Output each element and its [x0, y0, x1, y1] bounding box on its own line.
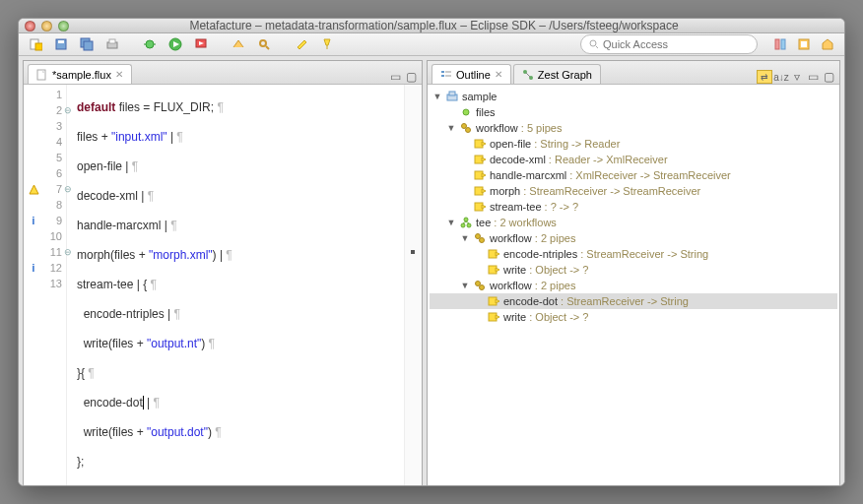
- overview-ruler[interactable]: [404, 85, 422, 486]
- workbench-body: *sample.flux ✕ ▭ ▢ 1 2⊖ 3 4 5 6 7⊖ 8: [19, 56, 844, 486]
- tab-close-icon[interactable]: ✕: [495, 69, 502, 80]
- new-button[interactable]: [25, 33, 46, 55]
- svg-line-53: [466, 221, 469, 223]
- svg-rect-20: [775, 39, 779, 49]
- svg-rect-30: [445, 75, 451, 77]
- outline-node-write-dot[interactable]: write : Object -> ?: [430, 309, 837, 325]
- outline-node-decode-xml[interactable]: decode-xml : Reader -> XmlReceiver: [430, 152, 837, 167]
- svg-marker-65: [496, 315, 499, 319]
- outline-node-sample[interactable]: ▼sample: [430, 89, 837, 104]
- svg-rect-28: [445, 71, 451, 73]
- outline-node-open-file[interactable]: open-file : String -> Reader: [430, 136, 837, 152]
- svg-point-37: [462, 124, 467, 129]
- svg-point-50: [461, 223, 465, 227]
- pin-button[interactable]: [316, 33, 338, 55]
- quick-access-search[interactable]: [580, 34, 758, 54]
- info-icon[interactable]: i: [28, 215, 39, 226]
- annotation-button[interactable]: [291, 33, 312, 55]
- editor-tab-sample[interactable]: *sample.flux ✕: [28, 64, 132, 84]
- svg-rect-24: [37, 70, 45, 80]
- svg-marker-40: [482, 142, 486, 146]
- external-tools-button[interactable]: [190, 33, 212, 55]
- minimize-pane-icon[interactable]: ▭: [806, 70, 820, 84]
- maximize-pane-icon[interactable]: ▢: [822, 70, 835, 84]
- tab-outline[interactable]: Outline ✕: [432, 64, 511, 84]
- svg-point-60: [476, 282, 481, 286]
- outline-node-workflow-a[interactable]: ▼workflow: 2 pipes: [430, 230, 837, 246]
- window-title: Metafacture – metadata-transformation/sa…: [79, 19, 789, 32]
- editor-tab-label: *sample.flux: [52, 69, 111, 81]
- search-icon: [589, 39, 599, 49]
- outline-node-write-nt[interactable]: write : Object -> ?: [430, 262, 837, 278]
- svg-marker-44: [482, 173, 486, 177]
- outline-node-handle-marcxml[interactable]: handle-marcxml : XmlReceiver -> StreamRe…: [430, 167, 837, 183]
- svg-rect-5: [84, 41, 93, 50]
- minimize-pane-icon[interactable]: ▭: [388, 70, 402, 84]
- svg-line-19: [596, 46, 598, 48]
- outline-pane: Outline ✕ Zest Graph ⇄ a↓z ▿ ▭ ▢ ▼sample…: [427, 60, 840, 486]
- outline-node-morph[interactable]: morph : StreamReceiver -> StreamReceiver: [430, 183, 837, 199]
- outline-node-encode-dot[interactable]: encode-dot : StreamReceiver -> String: [430, 293, 837, 309]
- outline-node-stream-tee[interactable]: stream-tee : ? -> ?: [430, 199, 837, 215]
- svg-marker-59: [496, 268, 499, 272]
- svg-marker-48: [482, 205, 486, 209]
- editor-pane: *sample.flux ✕ ▭ ▢ 1 2⊖ 3 4 5 6 7⊖ 8: [23, 60, 423, 486]
- svg-point-61: [480, 285, 485, 290]
- graph-icon: [522, 69, 534, 81]
- collapse-all-icon[interactable]: ⇄: [757, 70, 772, 84]
- text-editor[interactable]: 1 2⊖ 3 4 5 6 7⊖ 8 i9 10 11⊖ i12 13 defau…: [24, 85, 422, 486]
- outline-node-workflow-b[interactable]: ▼workflow: 2 pipes: [430, 278, 837, 293]
- outline-node-encode-ntriples[interactable]: encode-ntriples : StreamReceiver -> Stri…: [430, 246, 837, 262]
- debug-button[interactable]: [139, 33, 161, 55]
- editor-gutter: 1 2⊖ 3 4 5 6 7⊖ 8 i9 10 11⊖ i12 13: [24, 85, 67, 486]
- svg-point-8: [146, 40, 154, 48]
- sort-icon[interactable]: a↓z: [774, 70, 788, 84]
- outline-tabbar: Outline ✕ Zest Graph ⇄ a↓z ▿ ▭ ▢: [428, 61, 839, 85]
- svg-rect-29: [441, 75, 444, 77]
- svg-rect-7: [109, 39, 115, 43]
- file-icon: [36, 69, 48, 81]
- tab-close-icon[interactable]: ✕: [115, 69, 123, 80]
- svg-rect-1: [35, 43, 42, 50]
- minimize-window-button[interactable]: [41, 21, 52, 32]
- svg-line-52: [463, 221, 466, 223]
- svg-rect-3: [58, 40, 64, 43]
- svg-line-33: [526, 73, 530, 77]
- print-button[interactable]: [101, 33, 123, 55]
- zoom-window-button[interactable]: [58, 21, 69, 32]
- perspective-button-2[interactable]: [793, 33, 815, 55]
- editor-tabbar: *sample.flux ✕ ▭ ▢: [24, 61, 422, 85]
- editor-content[interactable]: default files = FLUX_DIR; ¶ files + "inp…: [67, 85, 422, 486]
- close-window-button[interactable]: [25, 21, 35, 32]
- svg-marker-26: [30, 185, 38, 194]
- svg-point-55: [480, 238, 485, 243]
- svg-line-16: [266, 46, 269, 49]
- view-menu-icon[interactable]: ▿: [790, 70, 804, 84]
- outline-node-files[interactable]: files: [430, 104, 837, 120]
- outline-node-workflow-5[interactable]: ▼workflow: 5 pipes: [430, 120, 837, 136]
- run-button[interactable]: [165, 33, 186, 55]
- quick-access-input[interactable]: [603, 38, 749, 50]
- svg-marker-46: [482, 189, 486, 193]
- tab-zest-graph[interactable]: Zest Graph: [513, 64, 601, 84]
- window: Metafacture – metadata-transformation/sa…: [18, 18, 845, 486]
- titlebar: Metafacture – metadata-transformation/sa…: [19, 19, 844, 33]
- svg-marker-42: [482, 158, 486, 161]
- svg-rect-27: [441, 71, 444, 73]
- svg-rect-35: [449, 92, 455, 95]
- save-button[interactable]: [50, 33, 72, 55]
- outline-node-tee[interactable]: ▼tee: 2 workflows: [430, 215, 837, 230]
- outline-tree[interactable]: ▼sample files ▼workflow: 5 pipes open-fi…: [428, 85, 839, 486]
- traffic-lights: [25, 21, 69, 32]
- info-icon[interactable]: i: [28, 262, 39, 274]
- save-all-button[interactable]: [76, 33, 98, 55]
- warning-icon[interactable]: [28, 183, 39, 195]
- search-button[interactable]: [253, 33, 275, 55]
- open-type-button[interactable]: [228, 33, 249, 55]
- perspective-button-3[interactable]: [817, 33, 838, 55]
- svg-point-15: [260, 40, 266, 46]
- perspective-button-1[interactable]: [769, 33, 791, 55]
- maximize-pane-icon[interactable]: ▢: [404, 70, 418, 84]
- outline-icon: [440, 69, 452, 81]
- svg-marker-63: [496, 299, 499, 303]
